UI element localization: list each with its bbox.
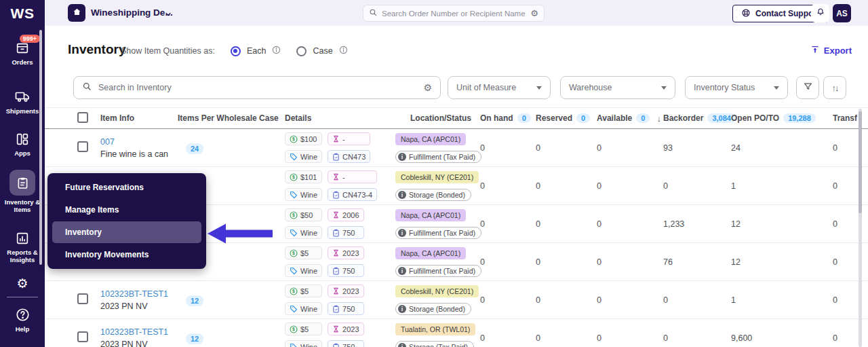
transfer-value: 0 — [833, 181, 868, 191]
open-po-value: 24 — [731, 143, 833, 153]
table-scrollbar-thumb[interactable] — [859, 111, 862, 213]
filter-funnel-button[interactable] — [796, 76, 819, 99]
export-label: Export — [824, 45, 852, 56]
hourglass-icon — [332, 211, 340, 219]
sort-descending-icon[interactable]: ↓ — [656, 113, 661, 124]
help-question-icon — [0, 307, 45, 323]
info-icon[interactable] — [272, 45, 281, 56]
sidebar-item-apps[interactable]: Apps — [0, 132, 45, 157]
sidebar-scrollbar[interactable] — [39, 30, 42, 265]
sort-button[interactable]: ↑↓ — [823, 76, 846, 99]
sidebar-settings[interactable]: ⚙ — [0, 277, 45, 291]
search-icon — [369, 7, 378, 20]
location-badge: Napa, CA (APC01) — [395, 209, 466, 221]
radio-each[interactable] — [231, 46, 241, 56]
quantity-toggle: Show Item Quantities as: Each Case — [121, 45, 348, 56]
sidebar-item-shipments[interactable]: Shipments — [0, 88, 45, 115]
header-details[interactable]: Details — [285, 113, 395, 123]
table-row: 102323BT-TEST1 2023 PN NV 12 $ $5 2023 W… — [45, 281, 868, 319]
chevron-down-icon[interactable] — [164, 9, 172, 21]
table-scrollbar[interactable] — [859, 109, 862, 347]
search-settings-gear-icon[interactable]: ⚙ — [530, 9, 538, 18]
reserved-value: 0 — [536, 257, 597, 267]
category-chip: Wine — [285, 188, 322, 201]
radio-case[interactable] — [296, 46, 307, 56]
inventory-flyout-menu: Future Reservations Manage Items Invento… — [47, 173, 206, 269]
row-checkbox[interactable] — [77, 293, 88, 304]
notifications-button[interactable] — [811, 4, 829, 22]
item-link[interactable]: 007 — [100, 137, 178, 147]
category-chip: Wine — [285, 264, 322, 277]
location-badge: Napa, CA (APC01) — [395, 133, 466, 145]
clipboard-icon — [332, 305, 340, 313]
topbar: Wineshipping De... ⚙ Contact Support AS — [45, 0, 868, 26]
sidebar-item-label: Help — [0, 325, 45, 333]
hourglass-icon — [332, 249, 340, 257]
price-value: $5 — [300, 249, 309, 257]
user-avatar[interactable]: AS — [833, 4, 851, 22]
row-checkbox[interactable] — [77, 331, 88, 342]
radio-each-label[interactable]: Each — [247, 46, 267, 56]
sidebar-item-reports-insights[interactable]: Reports & Insights — [0, 231, 45, 264]
svg-text:$: $ — [292, 136, 295, 142]
sidebar-item-inventory-items[interactable]: Inventory & Items — [0, 170, 45, 214]
tag-icon — [290, 229, 298, 237]
location-badge: Cobleskill, NY (CE201) — [395, 285, 479, 297]
on-hand-value: 0 — [480, 181, 536, 191]
gear-icon: ⚙ — [16, 276, 28, 291]
header-location-status[interactable]: Location/Status — [395, 113, 480, 123]
item-link[interactable]: 102323BT-TEST1 — [100, 289, 178, 299]
location-badge: Tualatin, OR (TWL01) — [395, 323, 475, 335]
warehouse-select[interactable]: Warehouse — [560, 76, 675, 99]
global-search-input[interactable] — [382, 10, 526, 18]
header-reserved[interactable]: Reserved 0 — [536, 113, 597, 123]
account-name[interactable]: Wineshipping De... — [91, 7, 173, 18]
size-value: CN473 — [342, 153, 366, 161]
header-on-hand[interactable]: On hand 0 — [480, 113, 536, 123]
unit-of-measure-label: Unit of Measure — [456, 83, 516, 92]
menu-item-inventory-movements[interactable]: Inventory Movements — [47, 244, 206, 266]
apps-grid-icon — [0, 132, 45, 147]
reserved-total-badge: 0 — [576, 113, 590, 123]
header-open-po-to[interactable]: Open PO/TO 19,288 — [731, 113, 833, 123]
transfer-value: 0 — [833, 257, 868, 267]
status-label: Fulfillment (Tax Paid) — [409, 229, 475, 237]
header-transfer[interactable]: Transf — [833, 113, 868, 123]
account-home-button[interactable] — [68, 4, 85, 22]
clipboard-icon — [16, 176, 30, 190]
row-checkbox[interactable] — [77, 141, 88, 152]
radio-case-label[interactable]: Case — [313, 46, 332, 56]
search-options-gear-icon[interactable]: ⚙ — [423, 83, 432, 92]
sidebar-item-orders[interactable]: 999+ Orders — [0, 41, 45, 66]
available-value: 0 — [597, 181, 663, 191]
inventory-search-input[interactable] — [98, 83, 417, 92]
global-search: ⚙ — [363, 5, 545, 22]
details-chips: $ $101 - Wine CN473-4 — [285, 170, 395, 201]
sidebar-item-help[interactable]: Help — [0, 307, 45, 333]
header-backorder[interactable]: Backorder 3,084 — [663, 113, 731, 123]
inventory-status-select[interactable]: Inventory Status — [685, 76, 788, 99]
header-item-info[interactable]: Item Info — [100, 113, 178, 123]
funnel-icon — [803, 81, 813, 94]
details-chips: $ $5 2023 Wine 750 — [285, 323, 395, 347]
header-label: Backorder — [663, 113, 703, 123]
item-link[interactable]: 102323BT-TEST1 — [100, 327, 178, 337]
vintage-chip: 2023 — [328, 323, 363, 335]
menu-item-manage-items[interactable]: Manage Items — [47, 199, 206, 221]
select-all-checkbox[interactable] — [77, 112, 88, 123]
inventory-search: ⚙ — [73, 76, 441, 99]
info-icon[interactable] — [339, 45, 348, 56]
menu-item-inventory[interactable]: Inventory — [52, 221, 201, 243]
table-row: 102323BT-TEST1 2023 PN NV 12 $ $5 2023 W… — [45, 319, 868, 347]
info-icon: i — [398, 343, 406, 347]
price-value: $100 — [300, 135, 317, 143]
menu-item-future-reservations[interactable]: Future Reservations — [47, 177, 206, 198]
export-button[interactable]: Export — [810, 45, 852, 56]
export-upload-icon — [810, 45, 820, 56]
backorder-value: 93 — [663, 143, 731, 153]
header-items-per-case[interactable]: Items Per Wholesale Case — [178, 113, 285, 123]
contact-support-label: Contact Support — [755, 9, 819, 18]
unit-of-measure-select[interactable]: Unit of Measure — [448, 76, 551, 99]
header-available[interactable]: Available 0 ↓ — [597, 113, 663, 124]
vintage-chip: 2023 — [328, 285, 363, 297]
